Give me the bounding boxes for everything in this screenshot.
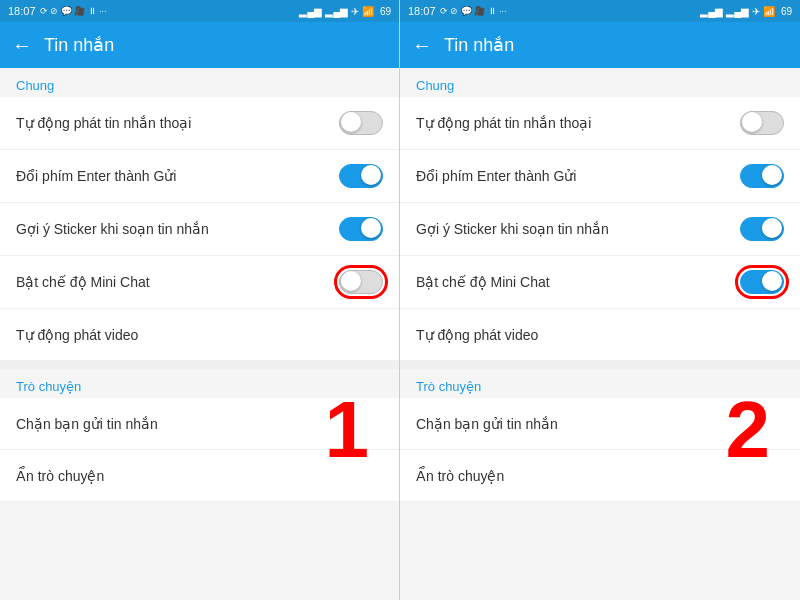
phone-panel-1: 18:07 ⟳ ⊘ 💬 🎥 ⏸ ··· ▂▄▆ ▂▄▆ ✈ 📶 69 ← Tin…	[0, 0, 400, 600]
toggle-auto-voice-2[interactable]	[740, 111, 784, 135]
toggle-sticker-1[interactable]	[339, 217, 383, 241]
setting-label-sticker-2: Gợi ý Sticker khi soạn tin nhắn	[416, 221, 740, 237]
setting-sticker-1: Gợi ý Sticker khi soạn tin nhắn	[0, 203, 399, 256]
status-right-1: ▂▄▆ ▂▄▆ ✈ 📶 69	[299, 6, 391, 17]
app-bar-1: ← Tin nhắn	[0, 22, 399, 68]
time-2: 18:07	[408, 5, 436, 17]
status-icons-2: ⟳ ⊘ 💬 🎥 ⏸ ···	[440, 6, 507, 16]
setting-auto-video-2: Tự động phát video	[400, 309, 800, 361]
status-left-2: 18:07 ⟳ ⊘ 💬 🎥 ⏸ ···	[408, 5, 507, 17]
status-icons-1: ⟳ ⊘ 💬 🎥 ⏸ ···	[40, 6, 107, 16]
setting-label-auto-video-1: Tự động phát video	[16, 327, 383, 343]
battery-2: 69	[781, 6, 792, 17]
setting-label-enter-send-1: Đổi phím Enter thành Gửi	[16, 168, 339, 184]
toggle-thumb-enter-send-2	[762, 165, 782, 185]
setting-label-mini-chat-1: Bật chế độ Mini Chat	[16, 274, 339, 290]
app-bar-2: ← Tin nhắn	[400, 22, 800, 68]
toggle-auto-voice-1[interactable]	[339, 111, 383, 135]
toggle-thumb-enter-send-1	[361, 165, 381, 185]
back-button-2[interactable]: ←	[412, 34, 432, 57]
app-bar-title-2: Tin nhắn	[444, 34, 514, 56]
signal-2: ▂▄▆ ▂▄▆ ✈ 📶	[700, 6, 775, 17]
back-button-1[interactable]: ←	[12, 34, 32, 57]
setting-mini-chat-2: Bật chế độ Mini Chat	[400, 256, 800, 309]
toggle-sticker-2[interactable]	[740, 217, 784, 241]
setting-sticker-2: Gợi ý Sticker khi soạn tin nhắn	[400, 203, 800, 256]
divider-1	[0, 361, 399, 369]
toggle-thumb-sticker-2	[762, 218, 782, 238]
toggle-enter-send-1[interactable]	[339, 164, 383, 188]
setting-enter-send-2: Đổi phím Enter thành Gửi	[400, 150, 800, 203]
setting-mini-chat-1: Bật chế độ Mini Chat	[0, 256, 399, 309]
divider-2	[400, 361, 800, 369]
settings-content-2: Chung Tự động phát tin nhắn thoại Đổi ph…	[400, 68, 800, 600]
time-1: 18:07	[8, 5, 36, 17]
setting-label-enter-send-2: Đổi phím Enter thành Gửi	[416, 168, 740, 184]
setting-label-sticker-1: Gợi ý Sticker khi soạn tin nhắn	[16, 221, 339, 237]
toggle-thumb-sticker-1	[361, 218, 381, 238]
toggle-thumb-mini-chat-1	[341, 271, 361, 291]
setting-label-auto-voice-2: Tự động phát tin nhắn thoại	[416, 115, 740, 131]
phone-panel-2: 18:07 ⟳ ⊘ 💬 🎥 ⏸ ··· ▂▄▆ ▂▄▆ ✈ 📶 69 ← Tin…	[400, 0, 800, 600]
section-header-chung-2: Chung	[400, 68, 800, 97]
toggle-mini-chat-1[interactable]	[339, 270, 383, 294]
app-bar-title-1: Tin nhắn	[44, 34, 114, 56]
setting-auto-video-1: Tự động phát video	[0, 309, 399, 361]
setting-enter-send-1: Đổi phím Enter thành Gửi	[0, 150, 399, 203]
toggle-thumb-auto-voice-2	[742, 112, 762, 132]
big-number-1: 1	[325, 390, 370, 470]
status-right-2: ▂▄▆ ▂▄▆ ✈ 📶 69	[700, 6, 792, 17]
status-left-1: 18:07 ⟳ ⊘ 💬 🎥 ⏸ ···	[8, 5, 107, 17]
status-bar-2: 18:07 ⟳ ⊘ 💬 🎥 ⏸ ··· ▂▄▆ ▂▄▆ ✈ 📶 69	[400, 0, 800, 22]
settings-content-1: Chung Tự động phát tin nhắn thoại Đổi ph…	[0, 68, 399, 600]
signal-1: ▂▄▆ ▂▄▆ ✈ 📶	[299, 6, 374, 17]
status-bar-1: 18:07 ⟳ ⊘ 💬 🎥 ⏸ ··· ▂▄▆ ▂▄▆ ✈ 📶 69	[0, 0, 399, 22]
section-header-chung-1: Chung	[0, 68, 399, 97]
setting-label-auto-video-2: Tự động phát video	[416, 327, 784, 343]
setting-auto-voice-2: Tự động phát tin nhắn thoại	[400, 97, 800, 150]
battery-1: 69	[380, 6, 391, 17]
toggle-thumb-mini-chat-2	[762, 271, 782, 291]
toggle-mini-chat-2[interactable]	[740, 270, 784, 294]
big-number-2: 2	[726, 390, 771, 470]
setting-auto-voice-1: Tự động phát tin nhắn thoại	[0, 97, 399, 150]
setting-label-mini-chat-2: Bật chế độ Mini Chat	[416, 274, 740, 290]
setting-label-auto-voice-1: Tự động phát tin nhắn thoại	[16, 115, 339, 131]
toggle-enter-send-2[interactable]	[740, 164, 784, 188]
toggle-thumb-auto-voice-1	[341, 112, 361, 132]
